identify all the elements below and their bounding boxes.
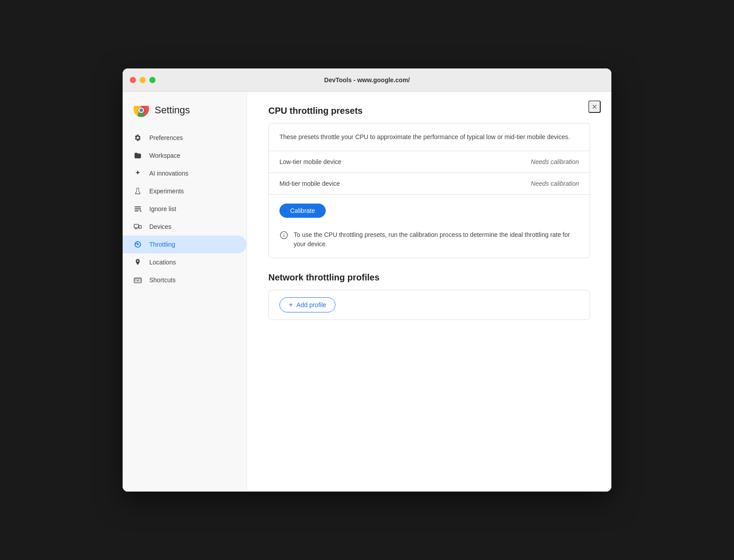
svg-point-12 <box>137 244 139 245</box>
svg-rect-8 <box>135 211 139 212</box>
svg-rect-16 <box>138 279 139 280</box>
sidebar-item-preferences[interactable]: Preferences <box>123 129 247 147</box>
sidebar-item-shortcuts[interactable]: Shortcuts <box>123 271 247 289</box>
traffic-lights <box>130 77 156 83</box>
cpu-info-text: These presets throttle your CPU to appro… <box>269 124 590 151</box>
mid-tier-label: Mid-tier mobile device <box>279 180 340 187</box>
sidebar-header: Settings <box>123 102 247 129</box>
devices-label: Devices <box>149 223 172 230</box>
svg-rect-14 <box>135 279 136 280</box>
svg-rect-9 <box>134 224 139 228</box>
svg-rect-17 <box>140 279 141 280</box>
svg-point-4 <box>140 108 143 112</box>
low-tier-row: Low-tier mobile device Needs calibration <box>269 151 590 173</box>
sidebar-item-experiments[interactable]: Experiments <box>123 182 247 200</box>
sparkle-icon <box>133 169 142 178</box>
svg-line-7 <box>140 210 142 212</box>
add-profile-label: Add profile <box>296 301 326 308</box>
svg-rect-18 <box>135 280 136 281</box>
close-button[interactable]: × <box>588 100 601 113</box>
shortcuts-label: Shortcuts <box>149 276 176 284</box>
svg-rect-19 <box>136 280 139 281</box>
main-content: × CPU throttling presets These presets t… <box>247 92 611 492</box>
calibrate-info-row: To use the CPU throttling presets, run t… <box>279 230 579 249</box>
devices-icon <box>133 222 142 231</box>
svg-rect-20 <box>140 280 141 281</box>
svg-point-23 <box>283 233 284 234</box>
folder-icon <box>133 151 142 160</box>
preferences-label: Preferences <box>149 134 183 141</box>
low-tier-label: Low-tier mobile device <box>279 158 341 165</box>
titlebar: DevTools - www.google.com/ <box>123 68 611 92</box>
plus-icon: + <box>289 301 293 308</box>
content-area: Settings Preferences Workspace AI inn <box>123 92 611 492</box>
flask-icon <box>133 187 142 196</box>
sidebar-item-throttling[interactable]: Throttling <box>123 236 247 253</box>
titlebar-title: DevTools - www.google.com/ <box>324 76 410 84</box>
close-traffic-light[interactable] <box>130 77 136 83</box>
sidebar-heading: Settings <box>155 104 190 116</box>
low-tier-status: Needs calibration <box>531 158 579 165</box>
minimize-traffic-light[interactable] <box>140 77 146 83</box>
sidebar-item-ai-innovations[interactable]: AI innovations <box>123 164 247 182</box>
pin-icon <box>133 258 142 267</box>
svg-rect-5 <box>135 207 141 208</box>
svg-rect-15 <box>136 279 137 280</box>
sidebar: Settings Preferences Workspace AI inn <box>123 92 247 492</box>
sidebar-item-locations[interactable]: Locations <box>123 253 247 271</box>
add-profile-button[interactable]: + Add profile <box>279 297 335 312</box>
keyboard-icon <box>133 276 142 284</box>
workspace-label: Workspace <box>149 152 180 159</box>
sidebar-item-devices[interactable]: Devices <box>123 218 247 236</box>
ai-innovations-label: AI innovations <box>149 170 188 177</box>
svg-rect-6 <box>135 208 141 209</box>
network-section-title: Network throttling profiles <box>268 272 590 283</box>
network-throttling-card: + Add profile <box>268 290 590 320</box>
cpu-section-title: CPU throttling presets <box>268 106 590 116</box>
info-icon <box>279 231 288 240</box>
maximize-traffic-light[interactable] <box>149 77 156 83</box>
experiments-label: Experiments <box>149 188 184 195</box>
gear-icon <box>133 133 142 142</box>
sidebar-item-workspace[interactable]: Workspace <box>123 147 247 164</box>
mid-tier-status: Needs calibration <box>531 180 579 187</box>
ignore-list-icon <box>133 204 142 213</box>
devtools-window: DevTools - www.google.com/ Settings <box>123 68 611 492</box>
throttle-icon <box>133 240 142 249</box>
svg-rect-10 <box>139 225 141 228</box>
locations-label: Locations <box>149 259 176 266</box>
card-actions: Calibrate To use the CPU throttling pres… <box>269 195 590 258</box>
sidebar-item-ignore-list[interactable]: Ignore list <box>123 200 247 218</box>
throttling-label: Throttling <box>149 241 175 248</box>
cpu-throttling-card: These presets throttle your CPU to appro… <box>268 123 590 258</box>
mid-tier-row: Mid-tier mobile device Needs calibration <box>269 173 590 195</box>
calibrate-button[interactable]: Calibrate <box>279 204 326 218</box>
ignore-list-label: Ignore list <box>149 205 176 212</box>
chrome-logo-icon <box>133 102 149 118</box>
calibrate-info-text: To use the CPU throttling presets, run t… <box>294 230 579 249</box>
